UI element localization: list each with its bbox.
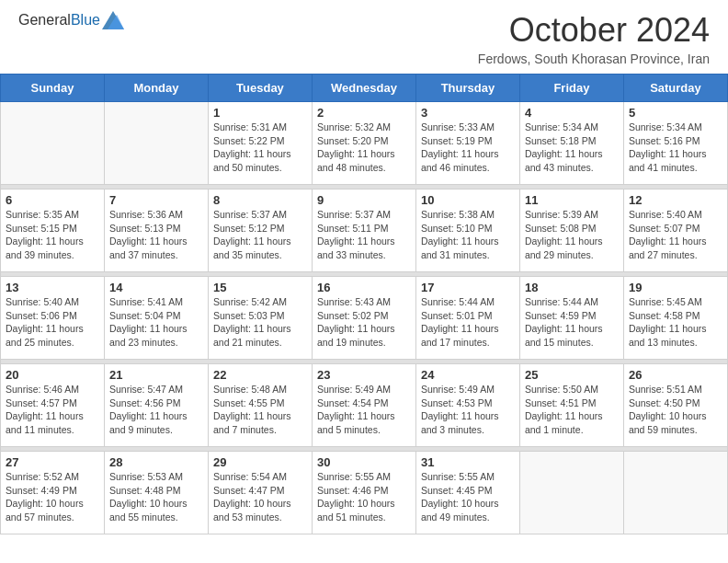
day-info: Sunrise: 5:50 AM Sunset: 4:51 PM Dayligh…: [525, 383, 619, 437]
day-number: 29: [213, 455, 307, 469]
calendar-cell: [519, 452, 623, 534]
day-header-wednesday: Wednesday: [312, 75, 415, 102]
day-number: 10: [421, 193, 515, 207]
sunset-text: Sunset: 5:19 PM: [421, 135, 493, 146]
sunrise-text: Sunrise: 5:49 AM: [421, 384, 495, 395]
sunrise-text: Sunrise: 5:34 AM: [525, 121, 598, 132]
location-text: Ferdows, South Khorasan Province, Iran: [478, 52, 710, 66]
sunset-text: Sunset: 5:12 PM: [213, 223, 285, 234]
day-info: Sunrise: 5:41 AM Sunset: 5:04 PM Dayligh…: [109, 295, 203, 350]
day-number: 8: [213, 193, 307, 207]
daylight-text: Daylight: 11 hours and 46 minutes.: [421, 148, 499, 173]
day-number: 18: [525, 281, 619, 294]
day-number: 3: [421, 106, 515, 120]
sunset-text: Sunset: 5:06 PM: [6, 310, 77, 321]
sunrise-text: Sunrise: 5:54 AM: [213, 471, 287, 482]
calendar-cell: 24 Sunrise: 5:49 AM Sunset: 4:53 PM Dayl…: [415, 364, 519, 447]
calendar-cell: 15 Sunrise: 5:42 AM Sunset: 5:03 PM Dayl…: [208, 277, 312, 360]
calendar-cell: 30 Sunrise: 5:55 AM Sunset: 4:46 PM Dayl…: [312, 452, 415, 534]
daylight-text: Daylight: 11 hours and 19 minutes.: [317, 323, 395, 348]
sunrise-text: Sunrise: 5:32 AM: [317, 121, 391, 132]
sunrise-text: Sunrise: 5:45 AM: [629, 296, 702, 307]
day-info: Sunrise: 5:45 AM Sunset: 4:58 PM Dayligh…: [629, 295, 722, 350]
calendar-cell: 19 Sunrise: 5:45 AM Sunset: 4:58 PM Dayl…: [623, 277, 727, 360]
sunset-text: Sunset: 5:02 PM: [317, 310, 389, 321]
sunset-text: Sunset: 4:55 PM: [213, 397, 285, 408]
day-number: 24: [421, 368, 515, 382]
calendar-cell: 23 Sunrise: 5:49 AM Sunset: 4:54 PM Dayl…: [312, 364, 415, 447]
sunset-text: Sunset: 4:53 PM: [421, 397, 493, 408]
calendar-cell: [1, 102, 105, 185]
daylight-text: Daylight: 11 hours and 25 minutes.: [6, 323, 84, 348]
calendar-cell: 12 Sunrise: 5:40 AM Sunset: 5:07 PM Dayl…: [623, 190, 727, 272]
day-number: 22: [213, 368, 307, 382]
day-info: Sunrise: 5:42 AM Sunset: 5:03 PM Dayligh…: [213, 295, 307, 350]
sunrise-text: Sunrise: 5:40 AM: [629, 209, 702, 220]
calendar-cell: 13 Sunrise: 5:40 AM Sunset: 5:06 PM Dayl…: [1, 277, 105, 360]
sunrise-text: Sunrise: 5:31 AM: [213, 121, 287, 132]
day-number: 27: [6, 455, 99, 469]
calendar-cell: 25 Sunrise: 5:50 AM Sunset: 4:51 PM Dayl…: [519, 364, 623, 447]
day-number: 19: [629, 281, 722, 294]
day-info: Sunrise: 5:55 AM Sunset: 4:45 PM Dayligh…: [421, 470, 515, 524]
calendar-cell: 11 Sunrise: 5:39 AM Sunset: 5:08 PM Dayl…: [519, 190, 623, 272]
sunrise-text: Sunrise: 5:47 AM: [109, 384, 183, 395]
daylight-text: Daylight: 11 hours and 35 minutes.: [213, 236, 291, 260]
sunrise-text: Sunrise: 5:35 AM: [6, 209, 79, 220]
week-row-2: 6 Sunrise: 5:35 AM Sunset: 5:15 PM Dayli…: [1, 190, 728, 272]
sunrise-text: Sunrise: 5:36 AM: [109, 209, 183, 220]
daylight-text: Daylight: 11 hours and 17 minutes.: [421, 323, 499, 348]
daylight-text: Daylight: 11 hours and 15 minutes.: [525, 323, 603, 348]
day-number: 2: [317, 106, 411, 120]
calendar-cell: 17 Sunrise: 5:44 AM Sunset: 5:01 PM Dayl…: [415, 277, 519, 360]
sunset-text: Sunset: 5:15 PM: [6, 223, 77, 234]
sunset-text: Sunset: 5:16 PM: [629, 135, 700, 146]
day-number: 26: [629, 368, 722, 382]
daylight-text: Daylight: 11 hours and 37 minutes.: [109, 236, 188, 260]
logo-blue-text: Blue: [71, 12, 100, 28]
calendar-cell: 16 Sunrise: 5:43 AM Sunset: 5:02 PM Dayl…: [312, 277, 415, 360]
day-number: 13: [6, 281, 99, 294]
sunrise-text: Sunrise: 5:48 AM: [213, 384, 287, 395]
week-row-4: 20 Sunrise: 5:46 AM Sunset: 4:57 PM Dayl…: [1, 364, 728, 447]
calendar-cell: 20 Sunrise: 5:46 AM Sunset: 4:57 PM Dayl…: [1, 364, 105, 447]
day-number: 12: [629, 193, 722, 207]
day-number: 17: [421, 281, 515, 294]
calendar-cell: 10 Sunrise: 5:38 AM Sunset: 5:10 PM Dayl…: [415, 190, 519, 272]
sunset-text: Sunset: 4:50 PM: [629, 397, 700, 408]
sunrise-text: Sunrise: 5:38 AM: [421, 209, 495, 220]
daylight-text: Daylight: 11 hours and 3 minutes.: [421, 410, 499, 435]
logo-icon: [102, 11, 124, 29]
day-info: Sunrise: 5:37 AM Sunset: 5:12 PM Dayligh…: [213, 208, 307, 262]
daylight-text: Daylight: 10 hours and 55 minutes.: [109, 498, 188, 523]
sunset-text: Sunset: 4:48 PM: [109, 485, 181, 496]
day-info: Sunrise: 5:43 AM Sunset: 5:02 PM Dayligh…: [317, 295, 411, 350]
day-info: Sunrise: 5:51 AM Sunset: 4:50 PM Dayligh…: [629, 383, 722, 437]
sunset-text: Sunset: 5:13 PM: [109, 223, 181, 234]
day-number: 6: [6, 193, 99, 207]
day-header-monday: Monday: [104, 75, 208, 102]
sunrise-text: Sunrise: 5:55 AM: [421, 471, 495, 482]
sunrise-text: Sunrise: 5:43 AM: [317, 296, 391, 307]
day-info: Sunrise: 5:53 AM Sunset: 4:48 PM Dayligh…: [109, 470, 203, 524]
calendar-cell: 1 Sunrise: 5:31 AM Sunset: 5:22 PM Dayli…: [208, 102, 312, 185]
day-info: Sunrise: 5:52 AM Sunset: 4:49 PM Dayligh…: [6, 470, 99, 524]
calendar-cell: 31 Sunrise: 5:55 AM Sunset: 4:45 PM Dayl…: [415, 452, 519, 534]
daylight-text: Daylight: 11 hours and 1 minute.: [525, 410, 603, 435]
calendar-cell: 27 Sunrise: 5:52 AM Sunset: 4:49 PM Dayl…: [1, 452, 105, 534]
sunrise-text: Sunrise: 5:33 AM: [421, 121, 495, 132]
daylight-text: Daylight: 11 hours and 33 minutes.: [317, 236, 395, 260]
daylight-text: Daylight: 11 hours and 41 minutes.: [629, 148, 707, 173]
day-number: 31: [421, 455, 515, 469]
day-info: Sunrise: 5:49 AM Sunset: 4:53 PM Dayligh…: [421, 383, 515, 437]
day-headers-row: SundayMondayTuesdayWednesdayThursdayFrid…: [1, 75, 728, 102]
daylight-text: Daylight: 11 hours and 9 minutes.: [109, 410, 188, 435]
day-number: 5: [629, 106, 722, 120]
sunset-text: Sunset: 5:07 PM: [629, 223, 700, 234]
calendar-cell: 14 Sunrise: 5:41 AM Sunset: 5:04 PM Dayl…: [104, 277, 208, 360]
day-info: Sunrise: 5:33 AM Sunset: 5:19 PM Dayligh…: [421, 121, 515, 175]
day-number: 1: [213, 106, 307, 120]
sunrise-text: Sunrise: 5:41 AM: [109, 296, 183, 307]
day-info: Sunrise: 5:44 AM Sunset: 5:01 PM Dayligh…: [421, 295, 515, 350]
calendar-cell: 9 Sunrise: 5:37 AM Sunset: 5:11 PM Dayli…: [312, 190, 415, 272]
